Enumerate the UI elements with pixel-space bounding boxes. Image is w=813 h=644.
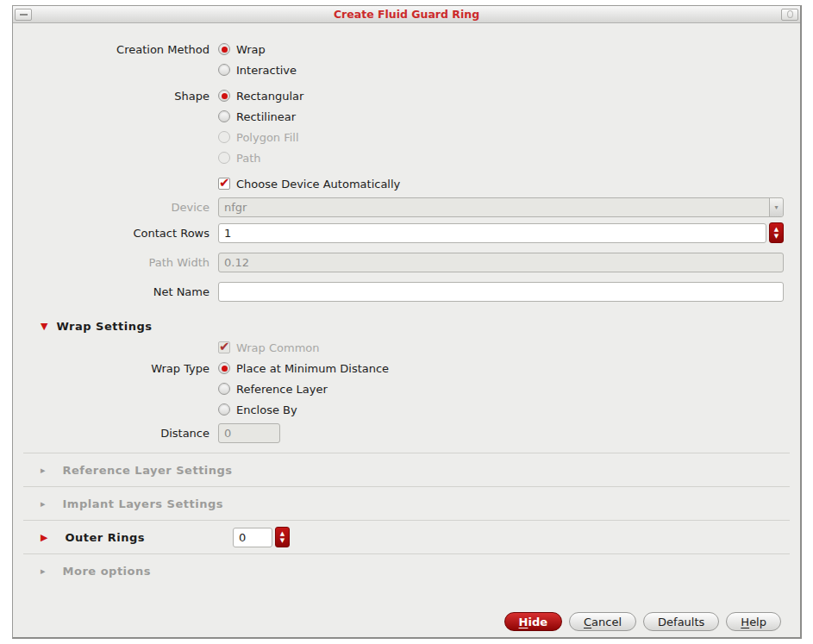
circle-glyph	[787, 10, 793, 18]
choose-device-automatically-checkbox[interactable]: Choose Device Automatically	[218, 178, 400, 191]
window-menu-icon[interactable]	[15, 9, 32, 21]
triangle-right-icon: ▶	[41, 532, 47, 543]
radio-icon	[218, 403, 230, 416]
triangle-up-icon: ▲	[280, 530, 285, 537]
path-width-label: Path Width	[13, 256, 218, 269]
radio-icon	[218, 152, 230, 164]
section-title: Implant Layers Settings	[63, 497, 223, 510]
section-reference-layer-settings: ▸ Reference Layer Settings	[23, 453, 790, 486]
checkbox-label: Wrap Common	[236, 341, 320, 354]
contact-rows-spinner[interactable]: ▲ ▼	[769, 222, 784, 243]
section-title: Reference Layer Settings	[63, 464, 233, 477]
section-more-options: ▸ More options	[23, 553, 790, 587]
triangle-down-icon: ▼	[774, 233, 779, 240]
radio-label: Place at Minimum Distance	[236, 362, 389, 375]
shape-label: Shape	[13, 90, 218, 103]
radio-icon	[218, 90, 230, 102]
radio-icon	[218, 131, 230, 143]
radio-icon	[218, 43, 230, 55]
radio-label: Enclose By	[236, 403, 297, 416]
checkbox-label: Choose Device Automatically	[236, 178, 400, 191]
creation-method-label: Creation Method	[13, 43, 218, 56]
distance-label: Distance	[13, 427, 218, 440]
defaults-button[interactable]: Defaults	[643, 612, 719, 631]
triangle-down-icon: ▼	[41, 321, 47, 332]
wrap-type-label: Wrap Type	[13, 362, 218, 375]
checkbox-icon	[218, 341, 230, 353]
triangle-right-icon: ▸	[41, 465, 46, 476]
radio-interactive[interactable]: Interactive	[218, 64, 297, 77]
section-title: Outer Rings	[65, 531, 145, 544]
radio-icon	[218, 383, 230, 395]
device-dropdown: nfgr ▾	[218, 197, 784, 217]
net-name-label: Net Name	[13, 285, 218, 298]
radio-label: Interactive	[236, 64, 297, 77]
radio-rectilinear[interactable]: Rectilinear	[218, 110, 296, 123]
distance-field: 0	[218, 423, 280, 443]
radio-icon	[218, 64, 230, 76]
triangle-down-icon: ▼	[280, 537, 285, 544]
section-wrap-settings[interactable]: ▼ Wrap Settings	[41, 316, 800, 335]
wrap-common-checkbox: Wrap Common	[218, 341, 320, 354]
titlebar: Create Fluid Guard Ring	[13, 6, 800, 23]
section-outer-rings[interactable]: ▶ Outer Rings ▲ ▼	[23, 520, 790, 553]
chevron-down-icon: ▾	[769, 198, 783, 216]
radio-label: Path	[236, 152, 261, 165]
section-title: Wrap Settings	[56, 320, 152, 333]
cancel-button[interactable]: Cancel	[569, 612, 636, 631]
device-label: Device	[13, 201, 218, 214]
form-body: Creation Method Wrap Interactive Shape R…	[13, 23, 800, 587]
radio-label: Rectilinear	[236, 110, 296, 123]
radio-label: Rectangular	[236, 90, 303, 103]
outer-rings-spinner[interactable]: ▲ ▼	[275, 527, 290, 547]
help-button[interactable]: Help	[726, 612, 781, 631]
path-width-field: 0.12	[218, 253, 784, 272]
net-name-input[interactable]	[218, 282, 784, 302]
dash-glyph	[20, 14, 28, 16]
radio-rectangular[interactable]: Rectangular	[218, 90, 303, 103]
checkbox-icon	[218, 178, 230, 190]
triangle-right-icon: ▸	[41, 498, 46, 510]
hide-button[interactable]: Hide	[504, 612, 562, 631]
window-corner-icon[interactable]	[781, 9, 798, 21]
radio-enclose-by[interactable]: Enclose By	[218, 403, 297, 416]
contact-rows-label: Contact Rows	[13, 227, 218, 240]
triangle-up-icon: ▲	[774, 226, 779, 233]
dialog-title: Create Fluid Guard Ring	[32, 8, 781, 21]
radio-label: Wrap	[236, 43, 266, 56]
triangle-right-icon: ▸	[41, 566, 46, 577]
radio-polygon-fill: Polygon Fill	[218, 131, 299, 144]
radio-icon	[218, 110, 230, 122]
create-fluid-guard-ring-dialog: Create Fluid Guard Ring Creation Method …	[12, 5, 802, 639]
section-title: More options	[63, 565, 151, 578]
outer-rings-input[interactable]	[233, 528, 272, 547]
button-bar: Hide Cancel Defaults Help	[504, 612, 781, 631]
radio-reference-layer[interactable]: Reference Layer	[218, 383, 328, 396]
radio-icon	[218, 362, 230, 374]
radio-place-at-minimum-distance[interactable]: Place at Minimum Distance	[218, 362, 389, 375]
radio-label: Polygon Fill	[236, 131, 299, 144]
device-value: nfgr	[219, 201, 769, 214]
radio-label: Reference Layer	[236, 383, 328, 396]
radio-wrap[interactable]: Wrap	[218, 43, 266, 56]
contact-rows-input[interactable]	[218, 223, 766, 243]
section-implant-layers-settings: ▸ Implant Layers Settings	[23, 486, 790, 520]
radio-path: Path	[218, 152, 261, 165]
